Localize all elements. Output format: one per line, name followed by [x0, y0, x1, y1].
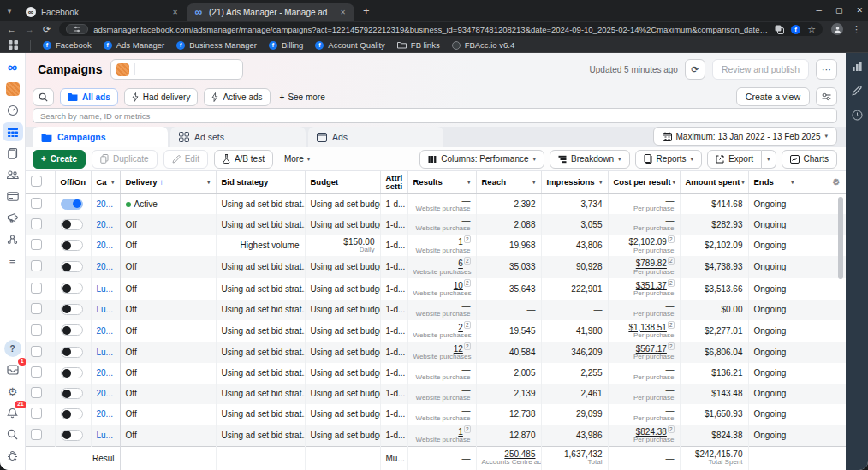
sidebar-item-partners[interactable]: [3, 229, 23, 248]
sidebar-item-advertise[interactable]: [3, 208, 23, 227]
col-campaign[interactable]: Ca▾: [91, 171, 120, 193]
campaign-toggle[interactable]: [61, 219, 83, 230]
review-and-publish-button[interactable]: Review and publish: [712, 59, 809, 80]
campaign-toggle[interactable]: [61, 388, 83, 399]
campaign-name-link[interactable]: 20...: [97, 199, 113, 209]
browser-menu-icon[interactable]: ⋮: [852, 25, 861, 34]
campaign-toggle[interactable]: [61, 304, 83, 315]
campaign-toggle[interactable]: [61, 199, 83, 210]
edit-pencil-icon[interactable]: [852, 86, 862, 96]
campaign-name-link[interactable]: 20...: [97, 368, 113, 378]
history-clock-icon[interactable]: [852, 110, 863, 121]
row-checkbox[interactable]: [31, 198, 42, 209]
date-range-button[interactable]: Maximum: 13 Jan 2022 - 13 Feb 2025 ▾: [653, 127, 838, 146]
vertical-scrollbar[interactable]: [838, 197, 843, 279]
search-filter-button[interactable]: [33, 88, 54, 106]
view-settings-button[interactable]: [816, 87, 837, 106]
sidebar-item-inbox[interactable]: 1: [3, 360, 23, 379]
col-attribution[interactable]: Attri setti: [380, 171, 407, 193]
bookmark-star-icon[interactable]: ☆: [807, 24, 816, 35]
sidebar-item-search[interactable]: [3, 425, 23, 443]
row-checkbox[interactable]: [31, 303, 42, 314]
charts-button[interactable]: Charts: [782, 150, 837, 169]
bookmark-facebook[interactable]: fFacebook: [43, 40, 92, 50]
apps-grid-icon[interactable]: [9, 40, 18, 50]
bookmark-folder-fb-links[interactable]: FB links: [397, 40, 440, 50]
col-budget[interactable]: Budget: [305, 171, 380, 193]
maximize-button[interactable]: ▢: [835, 6, 843, 15]
sidebar-item-account-overview[interactable]: [3, 101, 23, 120]
sidebar-item-help[interactable]: ?: [3, 339, 23, 358]
search-input[interactable]: [40, 111, 829, 121]
filter-chip-had-delivery[interactable]: Had delivery: [124, 88, 199, 106]
export-options-button[interactable]: ▾: [762, 150, 776, 169]
col-reach[interactable]: Reach▾: [476, 171, 541, 193]
meta-logo[interactable]: ∞: [3, 58, 23, 77]
tab-ads[interactable]: Ads: [308, 127, 443, 147]
account-avatar[interactable]: [3, 80, 23, 98]
campaign-name-link[interactable]: Lu...: [97, 284, 113, 294]
row-checkbox[interactable]: [31, 283, 42, 294]
col-impressions[interactable]: Impressions▾: [541, 171, 608, 193]
col-amount-spent[interactable]: Amount spent▾: [680, 171, 748, 193]
campaign-name-link[interactable]: Lu...: [97, 431, 113, 440]
campaign-name-link[interactable]: 20...: [97, 262, 113, 271]
bookmark-account-quality[interactable]: fAccount Quality: [315, 40, 385, 50]
campaign-toggle[interactable]: [61, 408, 83, 419]
filter-chip-all-ads[interactable]: All ads: [60, 88, 118, 106]
metric-link[interactable]: 1: [458, 238, 463, 247]
more-button[interactable]: More▾: [279, 154, 315, 164]
sidebar-item-notifications[interactable]: 21: [3, 403, 23, 422]
sidebar-item-audiences[interactable]: [3, 165, 23, 184]
bookmark-fbacc[interactable]: FBAcc.io v6.4: [452, 40, 515, 50]
reload-button[interactable]: ⟳: [43, 25, 51, 34]
minimize-button[interactable]: ─: [817, 6, 822, 15]
performance-chart-icon[interactable]: [852, 62, 863, 72]
tab-close-icon[interactable]: ✕: [338, 7, 348, 18]
sidebar-item-campaigns[interactable]: [3, 122, 23, 141]
row-checkbox[interactable]: [31, 324, 42, 336]
row-checkbox[interactable]: [31, 218, 42, 229]
export-button[interactable]: Export: [707, 150, 762, 169]
gear-icon[interactable]: ⚙: [833, 177, 841, 187]
filter-chip-active-ads[interactable]: Active ads: [204, 88, 270, 106]
tab-search-chevron-icon[interactable]: ▾: [0, 7, 19, 21]
col-ends[interactable]: Ends▾: [748, 171, 800, 193]
col-cost-per-result[interactable]: Cost per result▾: [608, 171, 680, 193]
sidebar-item-report-bug[interactable]: [3, 446, 23, 465]
col-results[interactable]: Results▾: [407, 171, 476, 193]
address-bar[interactable]: adsmanager.facebook.com/adsmanager/manag…: [59, 22, 823, 36]
refresh-button[interactable]: ⟳: [685, 59, 705, 80]
bookmark-billing[interactable]: fBilling: [269, 40, 303, 50]
row-checkbox[interactable]: [31, 366, 42, 378]
tab-close-icon[interactable]: ✕: [170, 7, 180, 18]
tab-ad-sets[interactable]: Ad sets: [170, 127, 306, 147]
ab-test-button[interactable]: A/B test: [214, 150, 273, 169]
browser-tab-ads-manager[interactable]: ∞ (21) Ads Manager - Manage ad ✕: [187, 3, 354, 21]
campaign-toggle[interactable]: [61, 367, 83, 378]
campaign-name-link[interactable]: Lu...: [97, 348, 113, 357]
edit-button[interactable]: Edit: [163, 150, 208, 169]
tab-campaigns[interactable]: Campaigns: [33, 127, 168, 147]
row-checkbox[interactable]: [31, 239, 42, 250]
campaign-toggle[interactable]: [61, 240, 83, 251]
site-info-chip[interactable]: [66, 24, 88, 34]
campaign-toggle[interactable]: [61, 261, 83, 272]
forward-button[interactable]: →: [25, 25, 34, 34]
bookmark-ads-manager[interactable]: fAds Manager: [104, 40, 165, 50]
campaign-toggle[interactable]: [61, 347, 83, 358]
account-selector[interactable]: [110, 59, 243, 80]
campaign-toggle[interactable]: [61, 283, 83, 294]
back-button[interactable]: ←: [7, 25, 16, 34]
campaign-toggle[interactable]: [61, 324, 83, 336]
row-checkbox[interactable]: [31, 260, 42, 271]
campaign-name-link[interactable]: 20...: [97, 326, 113, 336]
sidebar-item-settings[interactable]: ⚙: [3, 382, 23, 401]
duplicate-button[interactable]: Duplicate: [92, 150, 158, 169]
new-tab-button[interactable]: +: [354, 4, 378, 21]
row-checkbox[interactable]: [31, 346, 42, 357]
close-button[interactable]: ✕: [856, 6, 863, 15]
facebook-extension-icon[interactable]: f: [791, 25, 800, 34]
reports-button[interactable]: Reports▾: [635, 150, 703, 169]
sidebar-item-all-tools[interactable]: ≡: [3, 251, 23, 270]
